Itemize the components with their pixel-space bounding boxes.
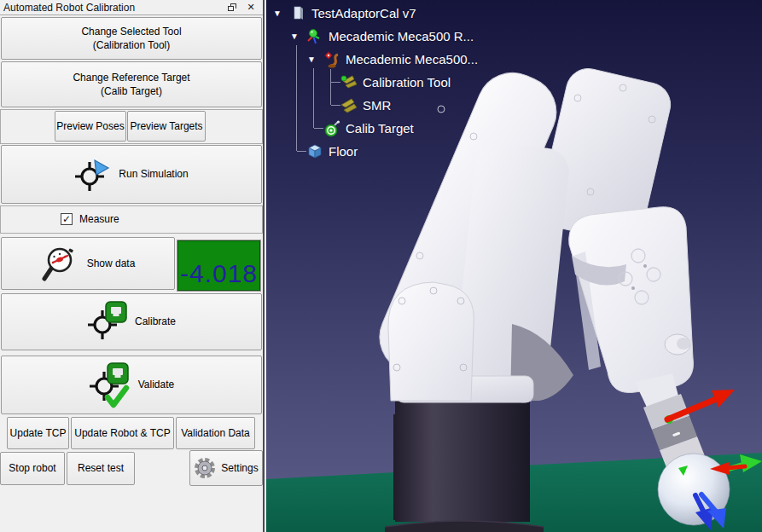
dial-magnifier-icon <box>41 245 77 282</box>
panel-titlebar[interactable]: Automated Robot Calibration ✕ <box>0 0 263 15</box>
robot-icon <box>323 51 341 68</box>
preview-targets-button[interactable]: Preview Targets <box>127 111 206 142</box>
update-tcp-button[interactable]: Update TCP <box>7 417 69 449</box>
expander-icon[interactable]: ▼ <box>307 55 323 64</box>
validate-button[interactable]: Validate <box>1 356 262 414</box>
validate-icon <box>89 362 131 408</box>
tree-label: Floor <box>329 144 358 159</box>
calibrate-label: Calibrate <box>135 315 176 328</box>
close-panel-button[interactable]: ✕ <box>244 2 258 14</box>
robot-pedestal <box>385 399 544 532</box>
change-reference-target-button[interactable]: Change Reference Target (Calib Target) <box>1 61 262 107</box>
calibrate-icon <box>87 301 128 344</box>
tree-label: Mecademic Meca500 R... <box>329 29 474 43</box>
validation-data-button[interactable]: Validation Data <box>176 417 255 449</box>
measure-group: ✓ Measure <box>0 205 263 234</box>
expander-icon[interactable]: ▼ <box>273 9 288 18</box>
tree-label: SMR <box>363 98 391 113</box>
change-target-sublabel: (Calib Target) <box>101 84 162 98</box>
run-simulation-label: Run Simulation <box>119 167 188 181</box>
tree-item-calib-target[interactable]: Calib Target <box>266 117 414 140</box>
tree-item-calibration-tool[interactable]: Calibration Tool <box>266 71 451 94</box>
gear-icon <box>194 457 216 479</box>
change-tool-sublabel: (Calibration Tool) <box>93 38 171 52</box>
tree-item-robot-ref[interactable]: ▼ Mecademic Meca500 R... <box>266 25 474 48</box>
run-simulation-button[interactable]: Run Simulation <box>1 145 262 204</box>
float-icon <box>228 3 236 11</box>
tree-item-station[interactable]: ▼ TestAdaptorCal v7 <box>266 2 416 25</box>
3d-viewport[interactable]: ▼ TestAdaptorCal v7 ▼ Mecademic Meca500 … <box>266 0 762 532</box>
preview-group: Preview Poses Preview Targets <box>0 109 263 144</box>
expander-icon[interactable]: ▼ <box>290 32 305 41</box>
settings-button[interactable]: Settings <box>189 450 263 486</box>
measurement-value-display: -4.018 <box>177 240 261 292</box>
crosshair-play-icon <box>74 158 110 192</box>
measure-label: Measure <box>79 213 119 225</box>
validate-label: Validate <box>138 378 174 391</box>
measure-checkbox[interactable]: ✓ <box>61 213 73 225</box>
tree-item-robot[interactable]: ▼ Mecademic Meca500... <box>266 48 478 71</box>
robot-calibration-app: Automated Robot Calibration ✕ Change Sel… <box>0 0 762 532</box>
change-tool-label: Change Selected Tool <box>81 25 181 38</box>
update-robot-tcp-button[interactable]: Update Robot & TCP <box>71 417 174 449</box>
cube-icon <box>305 143 324 160</box>
tree-label: Mecademic Meca500... <box>346 52 478 66</box>
tree-label: Calibration Tool <box>363 75 451 90</box>
tree-label: TestAdaptorCal v7 <box>311 6 416 20</box>
x2-axis-arrow <box>727 466 745 468</box>
settings-label: Settings <box>221 461 258 475</box>
show-data-label: Show data <box>87 257 136 270</box>
preview-poses-button[interactable]: Preview Poses <box>55 111 126 142</box>
show-data-button[interactable]: Show data <box>1 237 175 290</box>
target-icon <box>323 120 341 137</box>
change-target-label: Change Reference Target <box>73 71 189 84</box>
tree-label: Calib Target <box>346 121 414 136</box>
panel-title: Automated Robot Calibration <box>3 2 220 14</box>
calibration-panel: Automated Robot Calibration ✕ Change Sel… <box>0 0 265 532</box>
tool-icon <box>340 74 358 91</box>
tree-item-floor[interactable]: Floor <box>266 140 358 163</box>
float-window-button[interactable] <box>225 2 239 14</box>
stop-robot-button[interactable]: Stop robot <box>0 452 65 485</box>
change-selected-tool-button[interactable]: Change Selected Tool (Calibration Tool) <box>1 17 262 60</box>
frame-icon <box>305 28 324 45</box>
tree-item-smr[interactable]: SMR <box>266 94 391 117</box>
reset-test-button[interactable]: Reset test <box>67 452 135 485</box>
scene-tree: ▼ TestAdaptorCal v7 ▼ Mecademic Meca500 … <box>266 1 522 171</box>
close-icon: ✕ <box>247 3 254 12</box>
station-icon <box>288 5 307 22</box>
calibrate-button[interactable]: Calibrate <box>1 293 262 350</box>
tool-icon <box>340 97 358 114</box>
